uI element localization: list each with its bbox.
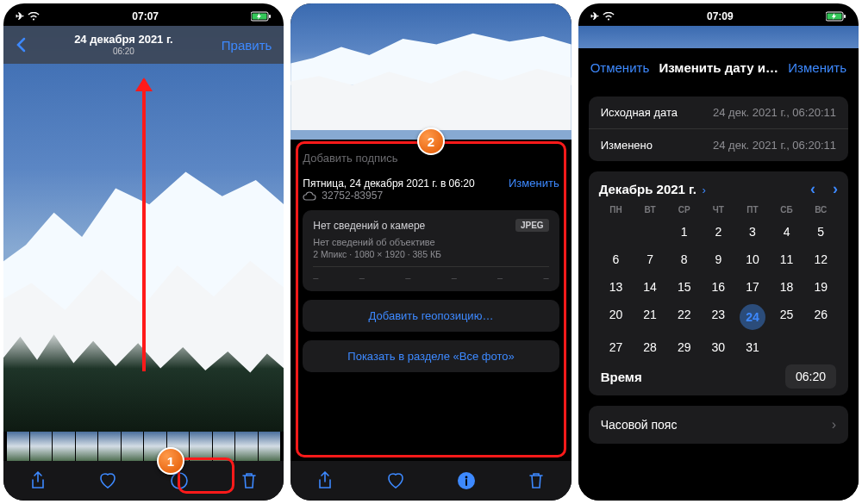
edit-button[interactable]: Править: [222, 38, 272, 53]
svg-point-6: [465, 476, 468, 479]
calendar-day[interactable]: 11: [770, 249, 804, 270]
bottom-toolbar: [3, 461, 284, 501]
status-time: 07:09: [707, 10, 734, 22]
share-icon[interactable]: [29, 471, 47, 490]
chevron-right-icon: ›: [832, 417, 836, 432]
calendar-dow: ЧТ: [702, 205, 736, 215]
photo-navbar: 24 декабря 2021 г. 06:20 Править: [3, 26, 284, 64]
calendar: Декабрь 2021 г. › ‹ › ПНВТСРЧТПТСБВС1234…: [589, 171, 848, 395]
share-icon[interactable]: [316, 471, 334, 490]
status-bar: ✈ 07:09: [578, 3, 859, 26]
calendar-day[interactable]: 25: [770, 304, 804, 330]
info-panel: Добавить подпись Пятница, 24 декабря 202…: [290, 140, 571, 461]
airplane-icon: ✈: [16, 10, 24, 22]
photo-hint: [578, 26, 859, 48]
calendar-dow: ВС: [803, 205, 838, 215]
calendar-prev-button[interactable]: ‹: [810, 180, 815, 198]
annotation-badge-2: 2: [417, 128, 445, 155]
battery-icon: [826, 11, 846, 22]
datetime-summary: Исходная дата 24 дек. 2021 г., 06:20:11 …: [589, 96, 848, 161]
airplane-icon: ✈: [590, 10, 599, 22]
svg-rect-9: [844, 15, 846, 18]
modal-navbar: Отменить Изменить дату и… Изменить: [578, 48, 859, 86]
calendar-day[interactable]: 27: [599, 337, 634, 358]
info-icon[interactable]: [457, 471, 476, 490]
heart-icon[interactable]: [98, 472, 117, 489]
annotation-arrow: [142, 79, 146, 371]
calendar-day[interactable]: 19: [803, 277, 838, 297]
info-date: Пятница, 24 декабря 2021 г. в 06:20: [303, 177, 474, 190]
back-button[interactable]: [16, 37, 26, 53]
calendar-day[interactable]: 31: [735, 337, 770, 358]
calendar-dow: СБ: [770, 205, 804, 215]
calendar-day[interactable]: 18: [770, 277, 804, 297]
calendar-day: [599, 221, 634, 242]
calendar-day[interactable]: 24: [740, 304, 765, 330]
bottom-toolbar: [290, 461, 571, 501]
calendar-day[interactable]: 1: [667, 221, 702, 242]
original-date-label: Исходная дата: [601, 106, 678, 119]
calendar-month-button[interactable]: Декабрь 2021 г. ›: [599, 182, 706, 197]
modified-date-label: Изменено: [601, 139, 653, 152]
calendar-day[interactable]: 16: [702, 277, 736, 297]
time-label: Время: [601, 370, 642, 384]
thumbnail-strip[interactable]: [3, 432, 284, 461]
calendar-day[interactable]: 29: [667, 337, 702, 358]
calendar-dow: ПТ: [735, 205, 770, 215]
calendar-day[interactable]: 23: [702, 304, 736, 330]
status-time: 07:07: [132, 10, 159, 22]
camera-info: Нет сведений о камере: [313, 220, 425, 232]
calendar-dow: ПН: [599, 205, 634, 215]
tech-info: 2 Мпикс · 1080 × 1920 · 385 КБ: [313, 249, 548, 259]
calendar-day[interactable]: 21: [633, 304, 667, 330]
calendar-day[interactable]: 13: [599, 277, 634, 297]
trash-icon[interactable]: [240, 471, 258, 490]
cloud-icon: [303, 190, 316, 201]
add-location-button[interactable]: Добавить геопозицию…: [303, 300, 559, 332]
trash-icon[interactable]: [528, 471, 545, 490]
adjust-button[interactable]: Изменить: [509, 177, 559, 190]
show-all-photos-button[interactable]: Показать в разделе «Все фото»: [303, 340, 559, 372]
lens-info: Нет сведений об объективе: [313, 237, 548, 247]
calendar-day[interactable]: 20: [599, 304, 634, 330]
calendar-day[interactable]: 30: [702, 337, 736, 358]
calendar-day[interactable]: 10: [735, 249, 770, 270]
calendar-day[interactable]: 4: [770, 221, 804, 242]
calendar-day[interactable]: 28: [633, 337, 667, 358]
time-picker[interactable]: 06:20: [785, 364, 836, 389]
calendar-dow: ВТ: [633, 205, 667, 215]
screenshot-1: ✈ 07:07 24 декабря 2021 г. 06:20 Править: [3, 3, 284, 501]
cloud-id: 32752-83957: [322, 190, 383, 202]
cancel-button[interactable]: Отменить: [590, 60, 650, 75]
calendar-day[interactable]: 14: [633, 277, 667, 297]
wifi-icon: [603, 12, 615, 21]
annotation-badge-1: 1: [157, 447, 184, 475]
calendar-next-button[interactable]: ›: [833, 180, 838, 198]
photo-viewer[interactable]: 24 декабря 2021 г. 06:20 Править: [3, 26, 284, 432]
original-date-value: 24 дек. 2021 г., 06:20:11: [713, 106, 836, 119]
save-button[interactable]: Изменить: [788, 60, 846, 75]
battery-icon: [251, 11, 272, 22]
calendar-day[interactable]: 15: [667, 277, 702, 297]
calendar-day[interactable]: 3: [735, 221, 770, 242]
status-bar: ✈ 07:07: [3, 3, 284, 26]
format-badge: JPEG: [515, 219, 549, 232]
calendar-day[interactable]: 2: [702, 221, 736, 242]
calendar-day[interactable]: 12: [803, 249, 838, 270]
modal-title: Изменить дату и…: [659, 60, 778, 75]
calendar-day[interactable]: 22: [667, 304, 702, 330]
calendar-day[interactable]: 8: [667, 249, 702, 270]
calendar-day[interactable]: 9: [702, 249, 736, 270]
calendar-day[interactable]: 6: [599, 249, 634, 270]
timezone-button[interactable]: Часовой пояс ›: [589, 406, 848, 444]
svg-point-4: [178, 476, 180, 478]
svg-rect-2: [269, 15, 271, 18]
calendar-day[interactable]: 17: [735, 277, 770, 297]
photo-date: 24 декабря 2021 г.: [74, 34, 173, 47]
heart-icon[interactable]: [386, 472, 405, 489]
calendar-day[interactable]: 7: [633, 249, 667, 270]
photo-preview[interactable]: [290, 3, 571, 140]
calendar-day[interactable]: 26: [803, 304, 838, 330]
calendar-day[interactable]: 5: [803, 221, 838, 242]
wifi-icon: [28, 12, 40, 21]
